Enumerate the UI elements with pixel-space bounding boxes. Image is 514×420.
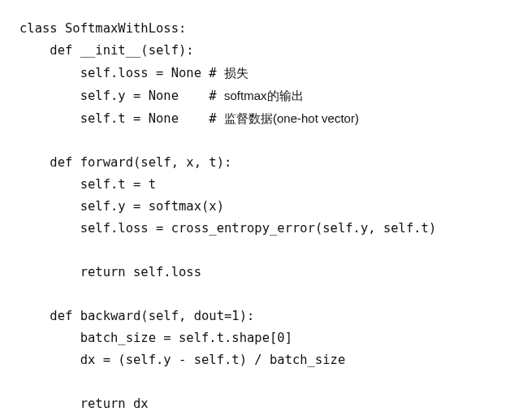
class-name: SoftmaxWithLoss [65,21,179,36]
comment-text: softmax的输出 [224,89,304,102]
keyword-return: return [80,396,126,411]
code-line-12: return self.loss [19,265,201,279]
equals: = [126,177,149,192]
code-line-4: self.y = None # softmax的输出 [19,89,304,103]
ident-self: self [80,111,110,126]
code-line-15: batch_size = self.t.shape[0] [19,331,292,345]
comment-text: 损失 [224,66,248,80]
code-line-2: def __init__(self): [19,43,194,58]
code-line-9: self.y = softmax(x) [19,199,224,214]
ident-self: self [80,89,110,103]
equals: = [156,331,179,345]
equals: = [126,199,149,214]
comment-text: 监督数据(one-hot vector) [224,111,359,125]
lhs: dx [80,353,96,367]
paren-close: ) [179,43,186,58]
keyword-def: def [50,155,72,170]
dunder-init: __init__ [80,43,141,58]
code-line-18: return dx [19,396,149,411]
paren-open: ( [133,155,140,170]
equals: = [126,111,149,126]
return-expr: dx [126,396,149,411]
fn-forward: forward [80,155,133,170]
rhs: self.t.shape[0] [179,331,292,345]
const-none: None [149,89,179,103]
colon: : [186,43,193,58]
args: self, x, t [140,155,216,170]
code-line-10: self.loss = cross_entropy_error(self.y, … [19,221,436,236]
comment-hash-icon: # [209,111,224,126]
lhs: batch_size [80,331,156,345]
ident-self: self [80,66,110,80]
attr-loss: loss [118,66,148,80]
lhs: self.t [80,177,126,192]
colon: : [247,309,254,323]
code-line-3: self.loss = None # 损失 [19,66,248,80]
keyword-def: def [50,309,72,323]
code-line-8: self.t = t [19,177,156,192]
dot: . [110,89,118,103]
keyword-def: def [50,43,72,58]
attr-y: y [118,89,125,103]
code-line-14: def backward(self, dout=1): [19,309,254,323]
code-line-7: def forward(self, x, t): [19,155,231,170]
arg-self: self [149,43,179,58]
paren-close: ) [217,155,224,170]
colon: : [179,21,186,36]
args: self, dout=1 [149,309,240,323]
equals: = [126,89,149,103]
code-listing: class SoftmaxWithLoss: def __init__(self… [19,18,499,415]
equals: = [149,66,171,80]
return-expr: self.loss [126,265,201,279]
fn-backward: backward [80,309,141,323]
lhs: self.loss [80,221,149,236]
keyword-return: return [80,265,126,279]
paren-open: ( [140,43,148,58]
dot: . [110,111,118,126]
const-none: None [171,66,201,80]
code-line-5: self.t = None # 监督数据(one-hot vector) [19,111,359,126]
rhs: t [149,177,156,192]
code-line-1: class SoftmaxWithLoss: [19,21,186,36]
comment-hash-icon: # [209,66,224,80]
keyword-class: class [19,21,58,36]
attr-t: t [118,111,125,126]
code-line-16: dx = (self.y - self.t) / batch_size [19,353,345,367]
comment-hash-icon: # [209,89,224,103]
rhs: (self.y - self.t) / batch_size [118,353,345,367]
lhs: self.y [80,199,126,214]
equals: = [95,353,118,367]
rhs: softmax(x) [149,199,224,214]
colon: : [224,155,231,170]
paren-open: ( [140,309,148,323]
const-none: None [149,111,179,126]
dot: . [110,66,118,80]
equals: = [149,221,171,236]
paren-close: ) [240,309,247,323]
rhs: cross_entropy_error(self.y, self.t) [171,221,437,236]
